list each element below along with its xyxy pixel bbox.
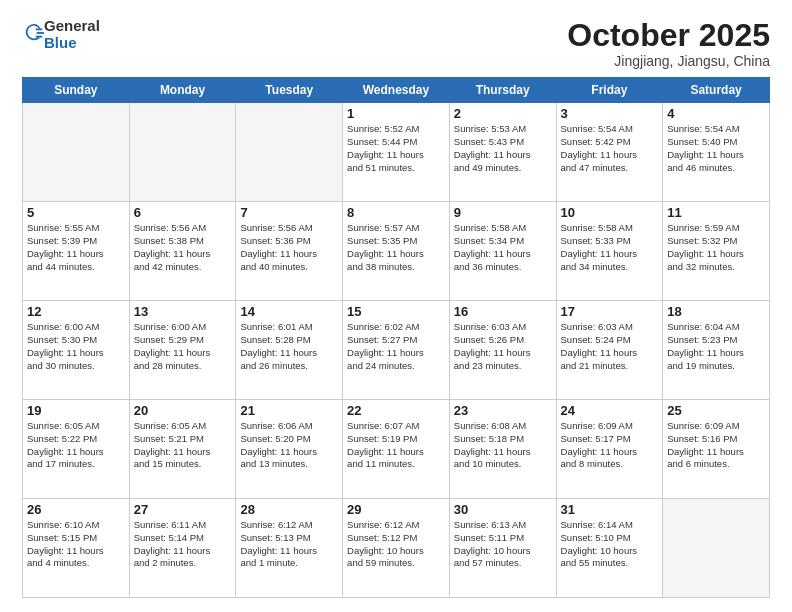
day-number: 7 bbox=[240, 205, 338, 220]
calendar-cell: 14Sunrise: 6:01 AM Sunset: 5:28 PM Dayli… bbox=[236, 301, 343, 400]
calendar-cell: 9Sunrise: 5:58 AM Sunset: 5:34 PM Daylig… bbox=[449, 202, 556, 301]
day-number: 11 bbox=[667, 205, 765, 220]
day-info: Sunrise: 5:59 AM Sunset: 5:32 PM Dayligh… bbox=[667, 222, 765, 273]
calendar-cell: 20Sunrise: 6:05 AM Sunset: 5:21 PM Dayli… bbox=[129, 400, 236, 499]
day-info: Sunrise: 6:00 AM Sunset: 5:30 PM Dayligh… bbox=[27, 321, 125, 372]
header: General Blue October 2025 Jingjiang, Jia… bbox=[22, 18, 770, 69]
day-number: 30 bbox=[454, 502, 552, 517]
header-saturday: Saturday bbox=[663, 78, 770, 103]
day-info: Sunrise: 5:58 AM Sunset: 5:34 PM Dayligh… bbox=[454, 222, 552, 273]
day-info: Sunrise: 6:04 AM Sunset: 5:23 PM Dayligh… bbox=[667, 321, 765, 372]
day-info: Sunrise: 5:54 AM Sunset: 5:40 PM Dayligh… bbox=[667, 123, 765, 174]
day-number: 3 bbox=[561, 106, 659, 121]
calendar-cell: 23Sunrise: 6:08 AM Sunset: 5:18 PM Dayli… bbox=[449, 400, 556, 499]
calendar-week-row: 5Sunrise: 5:55 AM Sunset: 5:39 PM Daylig… bbox=[23, 202, 770, 301]
day-info: Sunrise: 6:12 AM Sunset: 5:13 PM Dayligh… bbox=[240, 519, 338, 570]
calendar-cell: 26Sunrise: 6:10 AM Sunset: 5:15 PM Dayli… bbox=[23, 499, 130, 598]
day-info: Sunrise: 6:09 AM Sunset: 5:17 PM Dayligh… bbox=[561, 420, 659, 471]
day-number: 26 bbox=[27, 502, 125, 517]
calendar-cell bbox=[129, 103, 236, 202]
day-info: Sunrise: 6:10 AM Sunset: 5:15 PM Dayligh… bbox=[27, 519, 125, 570]
logo-general-text: General bbox=[44, 17, 100, 34]
calendar-cell: 2Sunrise: 5:53 AM Sunset: 5:43 PM Daylig… bbox=[449, 103, 556, 202]
day-number: 20 bbox=[134, 403, 232, 418]
location: Jingjiang, Jiangsu, China bbox=[567, 53, 770, 69]
day-number: 27 bbox=[134, 502, 232, 517]
day-info: Sunrise: 5:57 AM Sunset: 5:35 PM Dayligh… bbox=[347, 222, 445, 273]
day-info: Sunrise: 5:56 AM Sunset: 5:36 PM Dayligh… bbox=[240, 222, 338, 273]
calendar-cell: 12Sunrise: 6:00 AM Sunset: 5:30 PM Dayli… bbox=[23, 301, 130, 400]
calendar-week-row: 19Sunrise: 6:05 AM Sunset: 5:22 PM Dayli… bbox=[23, 400, 770, 499]
calendar-cell: 24Sunrise: 6:09 AM Sunset: 5:17 PM Dayli… bbox=[556, 400, 663, 499]
title-block: October 2025 Jingjiang, Jiangsu, China bbox=[567, 18, 770, 69]
day-info: Sunrise: 5:58 AM Sunset: 5:33 PM Dayligh… bbox=[561, 222, 659, 273]
month-title: October 2025 bbox=[567, 18, 770, 53]
calendar-cell bbox=[23, 103, 130, 202]
logo: General Blue bbox=[22, 18, 100, 51]
calendar-cell: 19Sunrise: 6:05 AM Sunset: 5:22 PM Dayli… bbox=[23, 400, 130, 499]
header-thursday: Thursday bbox=[449, 78, 556, 103]
day-number: 9 bbox=[454, 205, 552, 220]
day-number: 17 bbox=[561, 304, 659, 319]
header-friday: Friday bbox=[556, 78, 663, 103]
day-number: 4 bbox=[667, 106, 765, 121]
header-tuesday: Tuesday bbox=[236, 78, 343, 103]
day-number: 23 bbox=[454, 403, 552, 418]
day-number: 15 bbox=[347, 304, 445, 319]
day-info: Sunrise: 5:54 AM Sunset: 5:42 PM Dayligh… bbox=[561, 123, 659, 174]
day-number: 24 bbox=[561, 403, 659, 418]
header-monday: Monday bbox=[129, 78, 236, 103]
calendar-cell bbox=[236, 103, 343, 202]
calendar-cell: 8Sunrise: 5:57 AM Sunset: 5:35 PM Daylig… bbox=[343, 202, 450, 301]
calendar-cell: 11Sunrise: 5:59 AM Sunset: 5:32 PM Dayli… bbox=[663, 202, 770, 301]
day-info: Sunrise: 6:13 AM Sunset: 5:11 PM Dayligh… bbox=[454, 519, 552, 570]
calendar-week-row: 1Sunrise: 5:52 AM Sunset: 5:44 PM Daylig… bbox=[23, 103, 770, 202]
header-wednesday: Wednesday bbox=[343, 78, 450, 103]
day-info: Sunrise: 5:55 AM Sunset: 5:39 PM Dayligh… bbox=[27, 222, 125, 273]
calendar-cell: 31Sunrise: 6:14 AM Sunset: 5:10 PM Dayli… bbox=[556, 499, 663, 598]
day-number: 19 bbox=[27, 403, 125, 418]
day-number: 8 bbox=[347, 205, 445, 220]
day-number: 1 bbox=[347, 106, 445, 121]
day-info: Sunrise: 6:00 AM Sunset: 5:29 PM Dayligh… bbox=[134, 321, 232, 372]
day-info: Sunrise: 6:05 AM Sunset: 5:22 PM Dayligh… bbox=[27, 420, 125, 471]
day-info: Sunrise: 6:05 AM Sunset: 5:21 PM Dayligh… bbox=[134, 420, 232, 471]
day-number: 25 bbox=[667, 403, 765, 418]
calendar-cell: 3Sunrise: 5:54 AM Sunset: 5:42 PM Daylig… bbox=[556, 103, 663, 202]
calendar-cell: 5Sunrise: 5:55 AM Sunset: 5:39 PM Daylig… bbox=[23, 202, 130, 301]
day-info: Sunrise: 5:52 AM Sunset: 5:44 PM Dayligh… bbox=[347, 123, 445, 174]
day-number: 29 bbox=[347, 502, 445, 517]
logo-icon bbox=[24, 22, 44, 44]
calendar-cell: 29Sunrise: 6:12 AM Sunset: 5:12 PM Dayli… bbox=[343, 499, 450, 598]
day-info: Sunrise: 6:03 AM Sunset: 5:26 PM Dayligh… bbox=[454, 321, 552, 372]
day-info: Sunrise: 6:09 AM Sunset: 5:16 PM Dayligh… bbox=[667, 420, 765, 471]
day-info: Sunrise: 6:11 AM Sunset: 5:14 PM Dayligh… bbox=[134, 519, 232, 570]
calendar-cell: 18Sunrise: 6:04 AM Sunset: 5:23 PM Dayli… bbox=[663, 301, 770, 400]
calendar-cell: 22Sunrise: 6:07 AM Sunset: 5:19 PM Dayli… bbox=[343, 400, 450, 499]
day-info: Sunrise: 6:08 AM Sunset: 5:18 PM Dayligh… bbox=[454, 420, 552, 471]
calendar-week-row: 12Sunrise: 6:00 AM Sunset: 5:30 PM Dayli… bbox=[23, 301, 770, 400]
day-info: Sunrise: 6:01 AM Sunset: 5:28 PM Dayligh… bbox=[240, 321, 338, 372]
calendar-cell: 4Sunrise: 5:54 AM Sunset: 5:40 PM Daylig… bbox=[663, 103, 770, 202]
day-info: Sunrise: 5:53 AM Sunset: 5:43 PM Dayligh… bbox=[454, 123, 552, 174]
day-number: 2 bbox=[454, 106, 552, 121]
calendar-cell: 28Sunrise: 6:12 AM Sunset: 5:13 PM Dayli… bbox=[236, 499, 343, 598]
day-number: 31 bbox=[561, 502, 659, 517]
page: General Blue October 2025 Jingjiang, Jia… bbox=[0, 0, 792, 612]
day-number: 22 bbox=[347, 403, 445, 418]
day-number: 10 bbox=[561, 205, 659, 220]
header-sunday: Sunday bbox=[23, 78, 130, 103]
day-info: Sunrise: 6:14 AM Sunset: 5:10 PM Dayligh… bbox=[561, 519, 659, 570]
day-number: 28 bbox=[240, 502, 338, 517]
calendar-cell: 10Sunrise: 5:58 AM Sunset: 5:33 PM Dayli… bbox=[556, 202, 663, 301]
calendar-cell: 1Sunrise: 5:52 AM Sunset: 5:44 PM Daylig… bbox=[343, 103, 450, 202]
day-number: 21 bbox=[240, 403, 338, 418]
calendar-cell: 25Sunrise: 6:09 AM Sunset: 5:16 PM Dayli… bbox=[663, 400, 770, 499]
calendar-cell bbox=[663, 499, 770, 598]
day-info: Sunrise: 6:07 AM Sunset: 5:19 PM Dayligh… bbox=[347, 420, 445, 471]
day-number: 6 bbox=[134, 205, 232, 220]
day-number: 5 bbox=[27, 205, 125, 220]
logo-blue-text: Blue bbox=[44, 34, 77, 51]
day-info: Sunrise: 6:02 AM Sunset: 5:27 PM Dayligh… bbox=[347, 321, 445, 372]
calendar-cell: 30Sunrise: 6:13 AM Sunset: 5:11 PM Dayli… bbox=[449, 499, 556, 598]
